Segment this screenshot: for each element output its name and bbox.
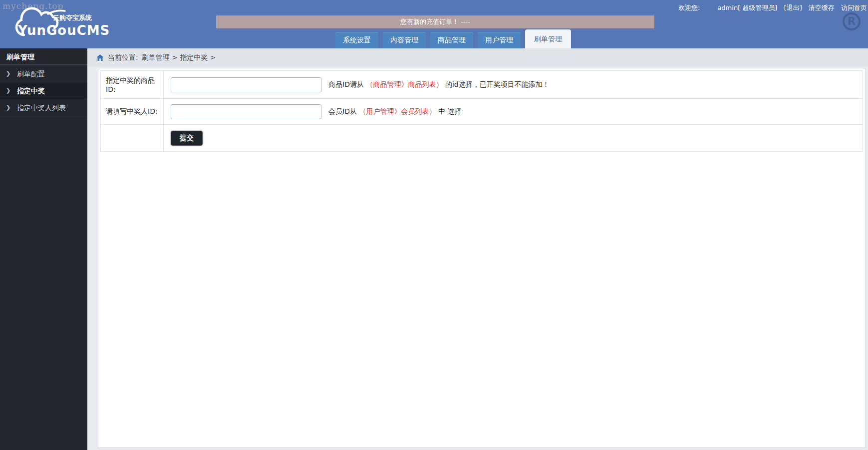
sidebar-item-label: 刷单配置 [17,70,45,78]
welcome-label: 欢迎您: [678,4,700,11]
hint-highlight: （商品管理》商品列表） [366,80,443,88]
submit-cell: 提交 [164,125,863,152]
breadcrumb: 当前位置: 刷单管理 > 指定中奖 > [87,48,868,67]
sidebar-item-label: 指定中奖 [17,87,45,95]
form-row-winner-id: 请填写中奖人ID: 会员ID从 （用户管理》会员列表） 中 选择 [101,99,863,125]
content-panel: 指定中奖的商品ID: 商品ID请从 （商品管理》商品列表） 的id选择，已开奖项… [98,68,866,448]
home-icon [96,54,104,62]
r-badge-letter: R [848,15,856,27]
product-id-hint: 商品ID请从 （商品管理》商品列表） 的id选择，已开奖项目不能添加！ [328,80,550,88]
hint-text: 商品ID请从 [328,80,364,88]
sidebar: 刷单管理 ❯ 刷单配置 ❯ 指定中奖 ❯ 指定中奖人列表 [0,48,87,450]
main-nav-tabs: 系统设置 内容管理 商品管理 用户管理 刷单管理 [335,29,571,48]
sidebar-item-label: 指定中奖人列表 [17,104,66,112]
user-bar: 欢迎您: admin[ 超级管理员] [退出] 清空缓存 访问首页 [674,3,867,12]
winner-id-hint: 会员ID从 （用户管理》会员列表） 中 选择 [328,107,461,115]
winner-id-input[interactable] [171,104,321,119]
form-row-product-id: 指定中奖的商品ID: 商品ID请从 （商品管理》商品列表） 的id选择，已开奖项… [101,71,863,99]
breadcrumb-prefix: 当前位置: [108,53,138,62]
logout-link[interactable]: [退出] [784,4,802,11]
tab-goods-management[interactable]: 商品管理 [430,32,473,48]
tab-system-settings[interactable]: 系统设置 [335,32,378,48]
sidebar-title: 刷单管理 [0,48,87,65]
notification-bar[interactable]: 您有新的充值订单！ ---- [216,15,654,28]
chevron-right-icon: ❯ [6,99,10,116]
username-label: admin[ 超级管理员] [717,4,777,11]
assign-winner-form-table: 指定中奖的商品ID: 商品ID请从 （商品管理》商品列表） 的id选择，已开奖项… [100,70,863,152]
logo: 云购夺宝系统 YunGouCMS [5,5,95,44]
app-header: mycheng.top 云购夺宝系统 YunGouCMS 您有新的充值订单！ -… [0,0,868,48]
sidebar-item-assign-winner[interactable]: ❯ 指定中奖 [0,82,87,99]
chevron-right-icon: ❯ [6,82,10,99]
hint-highlight: （用户管理》会员列表） [359,107,436,115]
tab-brush-order-management[interactable]: 刷单管理 [525,29,571,48]
registered-trademark-icon: R [843,12,861,30]
tab-content-management[interactable]: 内容管理 [383,32,426,48]
hint-text: 中 选择 [438,107,461,115]
product-id-label: 指定中奖的商品ID: [101,71,164,99]
breadcrumb-path[interactable]: 刷单管理 > 指定中奖 > [142,53,216,62]
sidebar-item-brush-config[interactable]: ❯ 刷单配置 [0,65,87,82]
main-content: 当前位置: 刷单管理 > 指定中奖 > 指定中奖的商品ID: 商品ID请从 （商… [87,48,868,450]
tab-user-management[interactable]: 用户管理 [478,32,521,48]
product-id-field-cell: 商品ID请从 （商品管理》商品列表） 的id选择，已开奖项目不能添加！ [164,71,863,99]
winner-id-label: 请填写中奖人ID: [101,99,164,125]
submit-button[interactable]: 提交 [171,131,203,146]
product-id-input[interactable] [171,77,321,92]
clear-cache-link[interactable]: 清空缓存 [809,4,835,11]
sidebar-item-assigned-winner-list[interactable]: ❯ 指定中奖人列表 [0,99,87,116]
winner-id-field-cell: 会员ID从 （用户管理》会员列表） 中 选择 [164,99,863,125]
visit-home-link[interactable]: 访问首页 [841,4,867,11]
empty-label-cell [101,125,164,152]
chevron-right-icon: ❯ [6,65,10,82]
hint-text: 会员ID从 [328,107,357,115]
logo-brand: YunGouCMS [18,23,110,38]
form-row-submit: 提交 [101,125,863,152]
hint-text: 的id选择，已开奖项目不能添加！ [445,80,550,88]
logo-tagline: 云购夺宝系统 [53,13,92,22]
